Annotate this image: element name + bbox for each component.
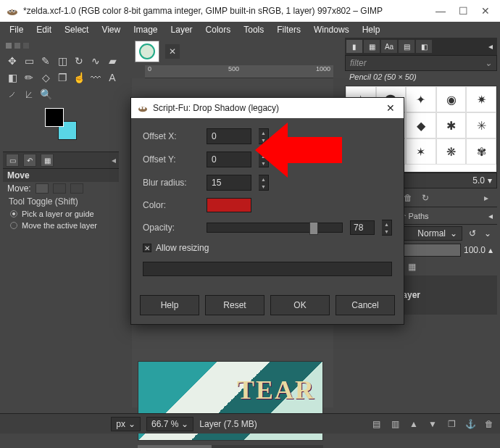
tool-rect-select[interactable]: ▭ [21,53,37,69]
menubar: File Edit Select View Image Layer Colors… [0,22,500,38]
lower-layer-icon[interactable]: ▼ [426,418,439,431]
dialog-close-button[interactable]: ✕ [383,102,398,114]
palette-tab-icon[interactable]: ◧ [416,40,432,53]
images-icon[interactable]: ▦ [41,154,54,167]
opacity-slider[interactable] [207,223,343,233]
tool-move[interactable]: ✥ [4,53,20,69]
document-thumbnail[interactable] [135,41,159,62]
brush-menu-icon[interactable]: ▸ [480,191,493,204]
mode-reset-icon[interactable]: ↺ [465,228,480,238]
tool-crop[interactable]: ◫ [54,53,70,69]
drop-shadow-dialog: Script-Fu: Drop Shadow (legacy) ✕ Offset… [130,97,404,325]
anchor-layer-icon[interactable]: ⚓ [464,418,477,431]
tool-smudge[interactable]: ☝ [71,70,87,86]
radio-pick-layer[interactable]: Pick a layer or guide [3,208,119,220]
panel-menu-icon[interactable]: ◂ [488,211,493,221]
tool-gradient[interactable]: ◧ [4,70,20,86]
menu-tools[interactable]: Tools [238,23,269,36]
horizontal-scrollbar[interactable] [138,445,323,448]
menu-colors[interactable]: Colors [201,23,236,36]
panel-menu-icon[interactable]: ◂ [112,155,116,165]
menu-filters[interactable]: Filters [272,23,306,36]
tool-options-title: Move [3,169,119,182]
panel-menu-icon[interactable]: ◂ [486,41,496,51]
tool-bucket[interactable]: ▰ [104,53,120,69]
layer-group-icon[interactable]: ▥ [388,418,401,431]
tool-zoom[interactable]: 🔍 [38,86,54,102]
svg-point-4 [13,10,14,12]
refresh-brush-icon[interactable]: ↻ [419,191,432,204]
new-layer-icon[interactable]: ▤ [370,418,383,431]
help-button[interactable]: Help [140,295,199,315]
brush-filter-input[interactable]: filter ⌄ [345,55,497,71]
tool-measure[interactable]: ⟀ [21,86,37,102]
svg-point-8 [140,107,142,109]
svg-point-9 [143,107,145,109]
patterns-tab-icon[interactable]: ▦ [364,40,380,53]
offset-x-input[interactable]: 0 [207,128,251,144]
gimp-logo-icon [137,102,149,114]
history-tab-icon[interactable]: ▤ [399,40,414,53]
menu-layer[interactable]: Layer [166,23,198,36]
menu-select[interactable]: Select [59,23,93,36]
brushes-tab-icon[interactable]: ▮ [346,40,362,53]
menu-view[interactable]: View [96,23,125,36]
minimize-button[interactable]: — [436,5,446,17]
blur-radius-input[interactable]: 15 [207,175,251,191]
color-label: Color: [143,200,199,210]
tool-rotate[interactable]: ↻ [71,53,87,69]
color-swatches[interactable] [45,108,77,140]
raise-layer-icon[interactable]: ▲ [407,418,420,431]
radio-move-active[interactable]: Move the active layer [3,220,119,231]
move-selection-icon[interactable] [53,183,66,194]
tool-picker[interactable]: ⟋ [4,86,20,102]
tool-clone[interactable]: ❐ [54,70,70,86]
tool-eraser[interactable]: ◇ [38,70,54,86]
menu-image[interactable]: Image [128,23,162,36]
color-swatch-button[interactable] [207,198,251,212]
tool-warp[interactable]: ∿ [88,53,104,69]
menu-help[interactable]: Help [357,23,386,36]
chevron-down-icon: ⌄ [485,58,492,68]
stepper-icon[interactable]: ▴ [488,245,493,255]
allow-resizing-checkbox[interactable]: ✕ Allow resizing [143,243,392,253]
move-path-icon[interactable] [70,183,83,194]
offset-y-label: Offset Y: [143,154,199,165]
opacity-value-input[interactable]: 78 [350,220,375,235]
close-button[interactable]: ✕ [481,5,490,17]
opacity-stepper[interactable]: ▲▼ [382,220,392,236]
zoom-select[interactable]: 66.7 %⌄ [146,417,193,431]
menu-windows[interactable]: Windows [309,23,354,36]
cancel-button[interactable]: Cancel [336,295,395,315]
maximize-button[interactable]: ☐ [459,5,468,17]
menu-file[interactable]: File [4,23,28,36]
unit-select[interactable]: px⌄ [111,417,141,431]
delete-layer-icon[interactable]: 🗑 [483,418,496,431]
fg-color-swatch[interactable] [45,108,64,127]
ok-button[interactable]: OK [270,295,330,315]
tab-close-icon[interactable]: ✕ [165,44,180,59]
move-layer-icon[interactable] [36,183,49,194]
dup-layer-icon[interactable]: ❐ [445,418,458,431]
fonts-tab-icon[interactable]: Aa [381,40,397,53]
tool-toggle-label: Tool Toggle (Shift) [3,195,119,208]
offset-x-label: Offset X: [143,131,199,141]
offset-x-stepper[interactable]: ▲▼ [259,128,269,144]
tool-pencil[interactable]: ✏ [21,70,37,86]
tool-options-icon[interactable]: ▭ [6,154,19,167]
tool-text[interactable]: A [104,70,120,86]
layer-opacity-value: 100.0 [464,245,486,255]
undo-history-icon[interactable]: ↶ [23,154,36,167]
window-title: *zelda.xcf-1.0 (RGB color 8-bit gamma in… [23,6,436,16]
tool-path[interactable]: 〰 [88,70,104,86]
titlebar: *zelda.xcf-1.0 (RGB color 8-bit gamma in… [0,0,500,22]
tool-free-select[interactable]: ✎ [38,53,54,69]
reset-button[interactable]: Reset [205,295,264,315]
mode-chevron-icon[interactable]: ⌄ [483,228,493,238]
menu-edit[interactable]: Edit [31,23,57,36]
offset-y-stepper[interactable]: ▲▼ [259,152,269,167]
lock-alpha-icon[interactable]: ▦ [407,261,418,273]
blur-radius-stepper[interactable]: ▲▼ [259,175,269,191]
progress-bar [143,262,392,276]
offset-y-input[interactable]: 0 [207,152,251,167]
